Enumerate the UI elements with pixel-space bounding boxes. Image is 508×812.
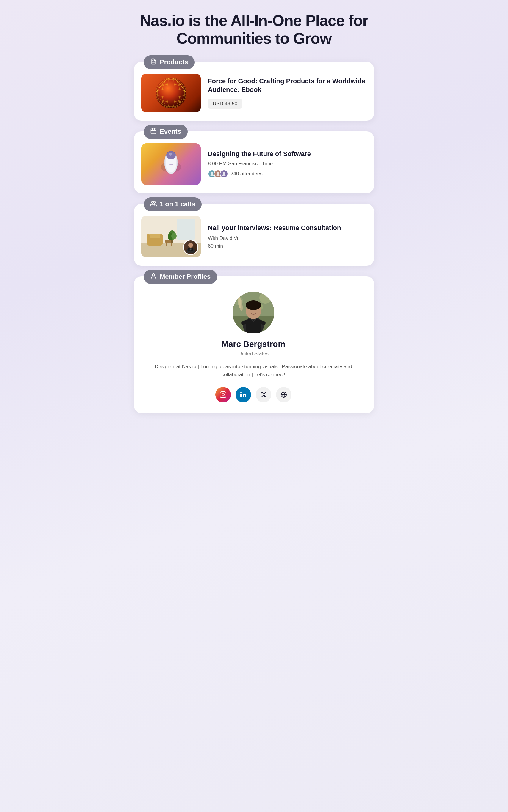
svg-rect-79 — [240, 394, 242, 397]
svg-point-3 — [156, 78, 186, 108]
profiles-section: Member Profiles — [134, 276, 374, 413]
products-tag: Products — [144, 55, 195, 69]
svg-point-41 — [210, 174, 214, 176]
svg-point-61 — [188, 243, 193, 248]
svg-point-65 — [190, 249, 191, 250]
profiles-tag-label: Member Profiles — [160, 273, 211, 281]
member-bio: Designer at Nas.io | Turning ideas into … — [141, 363, 366, 379]
products-card: Force for Good: Crafting Products for a … — [134, 62, 374, 121]
svg-rect-52 — [146, 234, 150, 245]
svg-rect-55 — [166, 243, 167, 246]
calls-image — [141, 216, 201, 257]
calls-tag-label: 1 on 1 calls — [160, 200, 195, 208]
website-button[interactable] — [276, 387, 292, 402]
calls-card: Nail your interviews: Resume Consultatio… — [134, 204, 374, 266]
svg-point-60 — [171, 233, 177, 239]
people-icon — [150, 200, 157, 208]
page-headline: Nas.io is the All-In-One Place for Commu… — [134, 12, 374, 48]
twitter-button[interactable] — [256, 387, 271, 402]
svg-point-44 — [223, 172, 225, 174]
calls-tag: 1 on 1 calls — [144, 197, 202, 211]
events-section: Events — [134, 131, 374, 193]
svg-point-76 — [246, 300, 261, 310]
events-tag-label: Events — [160, 128, 181, 136]
svg-rect-37 — [169, 162, 173, 163]
svg-point-70 — [259, 292, 271, 304]
document-icon — [150, 58, 157, 66]
calls-section: 1 on 1 calls — [134, 204, 374, 266]
calls-duration: 60 min — [208, 243, 366, 249]
event-info: Designing the Future of Software 8:00 PM… — [208, 150, 366, 178]
calendar-icon — [150, 128, 157, 136]
svg-point-36 — [169, 153, 172, 156]
svg-point-40 — [211, 172, 213, 174]
host-avatar — [183, 240, 198, 255]
svg-point-80 — [240, 392, 242, 393]
linkedin-button[interactable] — [236, 387, 251, 402]
events-card: Designing the Future of Software 8:00 PM… — [134, 131, 374, 193]
member-avatar — [232, 292, 274, 333]
profiles-card: Marc Bergstrom United States Designer at… — [134, 276, 374, 413]
svg-rect-38 — [169, 164, 173, 165]
svg-point-42 — [217, 172, 219, 174]
svg-rect-56 — [171, 243, 172, 246]
calls-title: Nail your interviews: Resume Consultatio… — [208, 224, 366, 232]
svg-rect-49 — [177, 219, 195, 240]
calls-info: Nail your interviews: Resume Consultatio… — [208, 224, 366, 249]
events-tag: Events — [144, 125, 188, 139]
member-location: United States — [238, 351, 268, 357]
product-info: Force for Good: Crafting Products for a … — [208, 77, 366, 109]
svg-point-46 — [152, 201, 154, 203]
svg-rect-77 — [220, 392, 226, 398]
member-name: Marc Bergstrom — [222, 339, 286, 349]
svg-point-45 — [222, 174, 225, 176]
profiles-tag: Member Profiles — [144, 270, 217, 284]
svg-rect-28 — [151, 129, 156, 134]
product-price: USD 49.50 — [208, 99, 242, 109]
svg-rect-53 — [160, 234, 163, 245]
event-image — [141, 143, 201, 185]
products-tag-label: Products — [160, 58, 188, 66]
profile-icon — [150, 273, 157, 281]
attendee-avatar-3 — [220, 170, 228, 178]
product-title: Force for Good: Crafting Products for a … — [208, 77, 366, 94]
product-image — [141, 74, 201, 112]
svg-point-66 — [152, 274, 154, 276]
svg-rect-39 — [170, 165, 172, 166]
attendees-count: 240 attendees — [230, 171, 263, 177]
instagram-button[interactable] — [215, 387, 231, 402]
avatar-group — [208, 170, 228, 178]
products-section: Products — [134, 62, 374, 121]
attendees-row: 240 attendees — [208, 170, 366, 178]
social-icons-row — [215, 387, 292, 402]
event-time: 8:00 PM San Francisco Time — [208, 161, 366, 167]
svg-point-43 — [216, 174, 219, 176]
event-title: Designing the Future of Software — [208, 150, 366, 158]
calls-host: With David Vu — [208, 235, 366, 241]
